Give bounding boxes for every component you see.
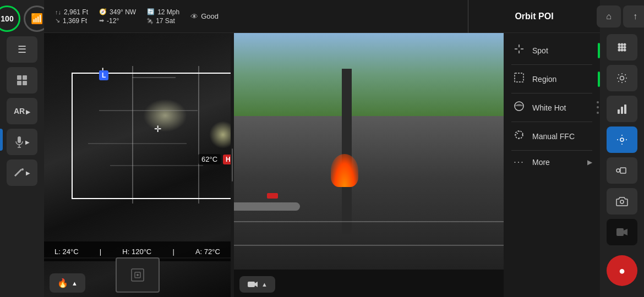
svg-point-34 [620,200,624,204]
temp-low: L: 24°C [54,248,79,256]
svg-point-10 [137,274,139,276]
svg-point-19 [621,43,624,46]
video-camera-icon [247,280,258,288]
spot-icon [511,43,527,58]
sat-value: 17 Sat [156,17,175,25]
altitude-side-value: 1,369 Ft [63,17,87,25]
chart-icon [616,103,628,115]
compass-icon: 🧭 [99,8,107,15]
temp-avg: A: 72°C [195,248,220,256]
thermal-controls: 🔥 ▲ [50,273,85,293]
ar-label: AR [14,107,25,116]
fire-rgb [331,154,358,187]
svg-rect-33 [620,168,626,173]
altitude-side-icon: ↘ [55,17,60,24]
camera-menu-panel: Spot Region [504,33,600,297]
video-mode-button[interactable] [607,219,637,245]
temp-separator-2: | [172,248,174,256]
ffc-icon [511,129,527,144]
svg-point-25 [621,49,624,52]
region-label: Region [532,75,592,84]
camera-settings-icon [616,134,628,146]
menu-item-more[interactable]: ··· More ▶ [504,152,600,173]
altitude-side-row: ↘ 1,369 Ft [55,17,88,25]
svg-point-32 [616,169,620,172]
brush-button[interactable]: ▶ [7,160,37,186]
menu-item-manual-ffc[interactable]: Manual FFC [504,123,600,149]
rgb-controls: ▲ [239,276,275,293]
tilt-row: ➡ -12° [99,17,136,25]
tilt-value: -12° [107,17,119,25]
thumbnail-icon [129,267,146,283]
svg-rect-2 [17,81,21,85]
rgb-structure-line [234,221,504,222]
home-upload-group: ⌂ ↑ [597,6,644,28]
speed-group: 🔄 12 Mph 🛰 17 Sat [147,8,179,25]
mic-icon [14,136,24,148]
svg-rect-0 [17,75,21,80]
high-temp-label: H [223,155,231,164]
settings-button[interactable] [607,65,637,91]
temp-separator-1: | [100,248,101,256]
chimney [342,69,352,234]
svg-rect-30 [624,105,626,114]
svg-point-20 [624,43,626,46]
svg-rect-28 [618,109,620,114]
white-hot-label: White Hot [532,103,592,112]
menu-item-region[interactable]: Region [504,66,600,92]
signal-status: 👁 Good [190,12,219,21]
home-button[interactable]: ⌂ [597,6,621,28]
thermal-mode-button[interactable]: 🔥 ▲ [50,273,85,293]
top-bar: ↑↓ 2,961 Ft ↘ 1,369 Ft 🧭 349° NW ➡ -12° [44,0,600,33]
white-hot-dots [597,100,599,116]
menu-item-spot[interactable]: Spot [504,37,600,63]
upload-button[interactable]: ↑ [623,6,644,28]
grid-icon [16,74,28,86]
more-arrow-icon: ▶ [587,158,592,166]
main-content: ↑↓ 2,961 Ft ↘ 1,369 Ft 🧭 349° NW ➡ -12° [44,0,600,297]
speed-value: 12 Mph [157,8,179,16]
svg-rect-29 [621,107,623,114]
speed-row: 🔄 12 Mph [147,8,179,16]
menu-button[interactable]: ☰ [7,36,37,63]
ar-button[interactable]: AR ▶ [7,98,37,124]
flight-stats: ↑↓ 2,961 Ft ↘ 1,369 Ft 🧭 349° NW ➡ -12° [44,8,468,25]
camera-settings-active-button[interactable] [607,127,637,153]
svg-point-18 [618,43,621,46]
thermal-selection-box[interactable]: ✛ [72,73,231,199]
more-label: More [532,158,582,167]
eye-icon: 👁 [190,12,198,21]
right-sidebar: ⌂ ↑ [600,0,644,297]
video-mode-icon [616,228,627,236]
altitude-up-row: ↑↓ 2,961 Ft [55,8,88,16]
low-temp-label: L [99,70,108,80]
photo-button[interactable] [607,188,637,215]
camera-icon [616,196,628,206]
menu-divider-3 [511,122,592,122]
altitude-group: ↑↓ 2,961 Ft ↘ 1,369 Ft [55,8,88,25]
expand-icon: ▲ [72,280,78,287]
spot-label: Spot [532,46,592,55]
svg-rect-11 [248,282,255,287]
app-grid-icon [616,41,628,53]
sat-row: 🛰 17 Sat [147,17,179,25]
rgb-camera-feed [234,33,504,270]
record-icon: ● [619,265,625,277]
road [234,202,300,211]
battery-indicator: 100 [0,6,20,32]
rgb-camera-button[interactable]: ▲ [239,276,275,293]
spot-temp: 62°C [198,154,221,164]
region-indicator [598,72,600,87]
altitude-up-value: 2,961 Ft [64,8,88,16]
menu-divider-4 [511,150,592,151]
grid-button[interactable] [7,67,37,94]
heading-group: 🧭 349° NW ➡ -12° [99,8,136,25]
menu-item-white-hot[interactable]: White Hot [504,95,600,120]
mic-button[interactable]: ▶ [7,129,37,155]
app-grid-button[interactable] [607,34,637,61]
analytics-button[interactable] [607,96,637,122]
video-rec-button[interactable] [607,157,637,184]
signal-value: Good [201,12,219,20]
record-button[interactable]: ● [607,255,637,286]
red-car [267,193,278,199]
